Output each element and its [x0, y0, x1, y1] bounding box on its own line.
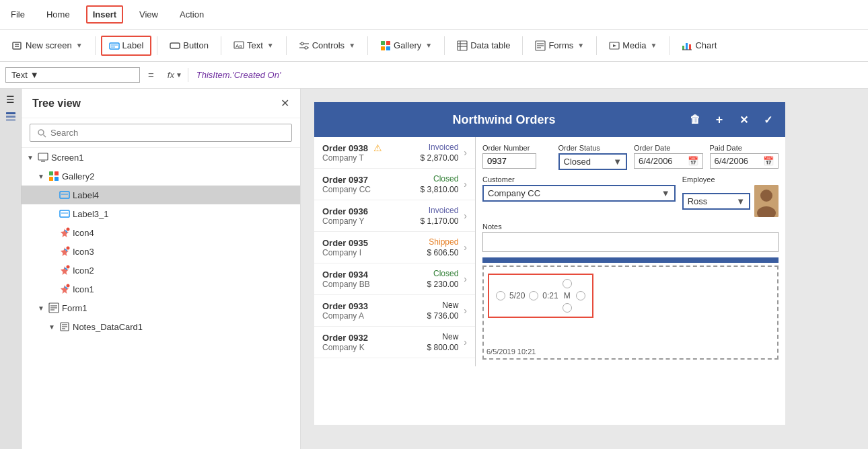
- created-on-area: 5/20 0:21 M 6/5/2019 10:21: [482, 266, 779, 360]
- list-item[interactable]: Order 0932 Company K New $ 800.00 ›: [314, 327, 475, 358]
- order-number-input[interactable]: [482, 153, 536, 169]
- list-item[interactable]: Order 0937 Company CC Closed $ 3,810.00 …: [314, 169, 475, 200]
- list-item[interactable]: Order 0938 ⚠ Company T Invoiced $ 2,870.…: [314, 137, 475, 169]
- created-on-selected-label[interactable]: 5/20 0:21 M: [488, 274, 593, 318]
- paid-date-calendar-icon[interactable]: 📅: [763, 156, 774, 166]
- form-row-1: Order Number Order Status Closed ▼ Order…: [482, 144, 779, 170]
- confirm-icon[interactable]: ✓: [758, 110, 777, 129]
- controls-button[interactable]: Controls ▼: [292, 37, 362, 54]
- sidebar-item-form1[interactable]: ▼ Form1: [22, 298, 300, 317]
- menu-home[interactable]: Home: [41, 7, 75, 22]
- icon3-tree-icon: [59, 246, 70, 257]
- search-input[interactable]: [50, 128, 285, 138]
- list-item-chevron: ›: [464, 147, 467, 158]
- new-screen-button[interactable]: New screen ▼: [5, 37, 89, 54]
- list-item[interactable]: Order 0935 Company I Shipped $ 606.50 ›: [314, 232, 475, 263]
- separator-8: [596, 36, 597, 55]
- list-item-chevron: ›: [464, 337, 467, 348]
- sidebar-item-icon4[interactable]: ▶ Icon4: [22, 223, 300, 242]
- menu-action[interactable]: Action: [174, 7, 209, 22]
- formula-input[interactable]: [191, 70, 863, 80]
- gallery-button[interactable]: Gallery ▼: [373, 37, 439, 54]
- button-button[interactable]: Button: [163, 37, 215, 54]
- handle-left: [496, 291, 505, 300]
- add-icon[interactable]: +: [710, 110, 729, 129]
- sidebar-header: Tree view ✕: [22, 89, 300, 118]
- order-status: Closed: [427, 269, 459, 278]
- menu-insert[interactable]: Insert: [86, 5, 123, 24]
- sidebar-item-gallery2[interactable]: ▼ Gallery2: [22, 167, 300, 186]
- sidebar-item-label3-1[interactable]: ▶ Label3_1: [22, 204, 300, 223]
- list-item[interactable]: Order 0933 Company A New $ 736.00 ›: [314, 295, 475, 327]
- label-button[interactable]: Label: [101, 36, 152, 56]
- panel-hamburger-icon[interactable]: ☰: [6, 94, 15, 105]
- separator-1: [95, 36, 96, 55]
- new-screen-icon: [12, 40, 23, 51]
- svg-point-47: [67, 228, 70, 231]
- order-id: Order 0933: [322, 301, 427, 311]
- close-icon[interactable]: ✕: [734, 110, 753, 129]
- sidebar-item-icon1[interactable]: ▶ Icon1: [22, 280, 300, 298]
- customer-select[interactable]: Company CC ▼: [482, 185, 676, 202]
- order-status-label: Order Status: [558, 144, 628, 152]
- paid-date-value: 6/4/2006: [715, 156, 764, 166]
- sidebar-item-notes-datacard1[interactable]: ▼ Notes_DataCard1: [22, 317, 300, 336]
- svg-point-35: [38, 130, 44, 135]
- order-status-select[interactable]: Closed ▼: [558, 153, 628, 170]
- order-date-label: Order Date: [634, 144, 703, 152]
- svg-point-60: [760, 190, 772, 202]
- list-item-info: Order 0934 Company BB: [322, 270, 427, 289]
- label-label: Label: [122, 40, 144, 50]
- svg-rect-32: [6, 112, 15, 114]
- svg-rect-19: [458, 41, 467, 50]
- button-label: Button: [183, 40, 209, 50]
- order-date-calendar-icon[interactable]: 📅: [688, 156, 698, 166]
- sidebar-close-button[interactable]: ✕: [281, 97, 289, 110]
- order-id: Order 0937: [322, 175, 421, 185]
- app-body: Order 0938 ⚠ Company T Invoiced $ 2,870.…: [314, 137, 785, 366]
- sidebar-item-icon2[interactable]: ▶ Icon2: [22, 261, 300, 280]
- svg-rect-34: [6, 119, 15, 121]
- label3-1-icon: [59, 208, 70, 219]
- formula-fx-label: fx: [168, 70, 174, 80]
- menu-view[interactable]: View: [134, 7, 164, 22]
- media-button[interactable]: Media ▼: [602, 37, 663, 54]
- app-header-icons: 🗑 + ✕ ✓: [686, 110, 777, 129]
- notes-input[interactable]: [482, 232, 779, 252]
- detail-panel: Order Number Order Status Closed ▼ Order…: [476, 137, 785, 366]
- sidebar-item-screen1[interactable]: ▼ Screen1: [22, 148, 300, 167]
- chart-button[interactable]: Chart: [675, 37, 723, 54]
- sidebar-item-icon3[interactable]: ▶ Icon3: [22, 242, 300, 261]
- svg-rect-33: [6, 116, 15, 118]
- formula-dropdown[interactable]: Text ▼: [5, 67, 140, 83]
- icon2-label: Icon2: [73, 266, 94, 276]
- toolbar: New screen ▼ Label Button Aa Text ▼: [0, 30, 868, 62]
- customer-group: Customer Company CC ▼: [482, 175, 676, 217]
- employee-select[interactable]: Ross ▼: [682, 193, 750, 210]
- order-list: Order 0938 ⚠ Company T Invoiced $ 2,870.…: [314, 137, 476, 366]
- icon1-tree-icon: [59, 284, 70, 294]
- list-item[interactable]: Order 0936 Company Y Invoiced $ 1,170.00…: [314, 200, 475, 232]
- created-on-timestamp: 6/5/2019 10:21: [486, 348, 536, 356]
- data-table-button[interactable]: Data table: [450, 37, 517, 54]
- handle-mid: [529, 291, 538, 300]
- canvas-area: Northwind Orders 🗑 + ✕ ✓ Order 09: [301, 89, 868, 449]
- svg-rect-45: [60, 210, 69, 217]
- menu-file[interactable]: File: [5, 7, 30, 22]
- order-status: Closed: [421, 174, 459, 183]
- order-price: $ 3,810.00: [421, 185, 459, 194]
- app-canvas: Northwind Orders 🗑 + ✕ ✓ Order 09: [314, 102, 785, 425]
- panel-layers-icon[interactable]: [5, 110, 17, 124]
- delete-icon[interactable]: 🗑: [686, 110, 704, 129]
- list-item-info: Order 0937 Company CC: [322, 175, 421, 194]
- search-box[interactable]: [30, 124, 292, 142]
- text-button[interactable]: Aa Text ▼: [227, 37, 281, 54]
- svg-point-10: [305, 46, 308, 49]
- list-item[interactable]: Order 0934 Company BB Closed $ 230.00 ›: [314, 263, 475, 295]
- formula-dropdown-value: Text: [11, 70, 28, 80]
- sidebar-item-label4[interactable]: ▶ Label4: [22, 186, 300, 204]
- forms-chevron: ▼: [577, 42, 584, 49]
- svg-line-36: [44, 134, 46, 137]
- forms-button[interactable]: Forms ▼: [528, 37, 591, 54]
- list-item-info: Order 0932 Company K: [322, 333, 427, 352]
